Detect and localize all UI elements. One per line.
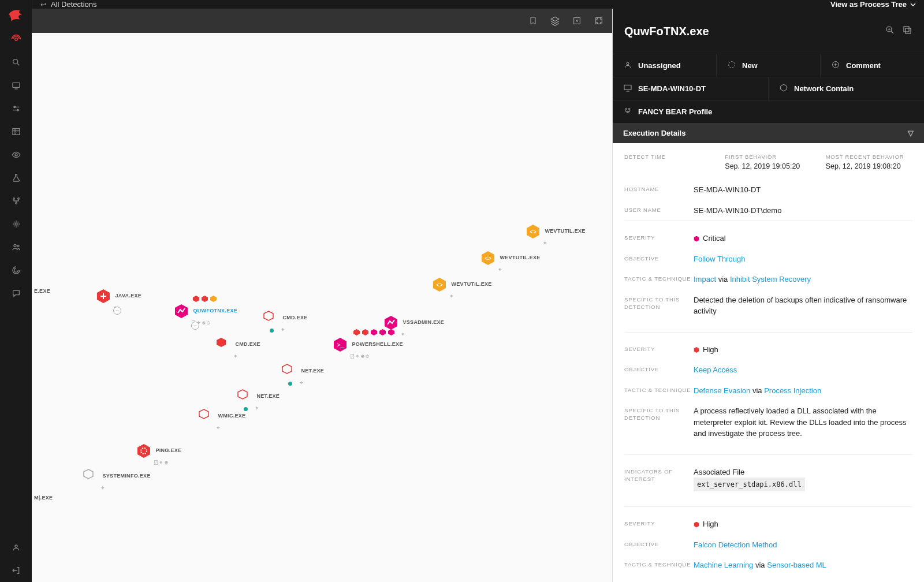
hex-icon <box>173 303 189 319</box>
technique-link[interactable]: Process Injection <box>764 386 821 395</box>
svg-marker-50 <box>781 84 787 91</box>
hex-icon <box>95 288 111 304</box>
node-ml[interactable]: M|.EXE <box>32 495 53 501</box>
svg-text:<>: <> <box>436 282 443 288</box>
objective-link[interactable]: Follow Through <box>694 255 745 263</box>
breadcrumb[interactable]: ↩ All Detections <box>40 0 96 9</box>
node-wevtutil[interactable]: <> WEVTUTIL.EXE ⌖ <box>431 277 492 300</box>
investigate-icon[interactable] <box>885 25 895 38</box>
details-body: DETECT TIME FIRST BEHAVIORSep. 12, 2019 … <box>613 143 924 582</box>
collapse-toggle[interactable]: – <box>191 322 199 330</box>
contain-icon <box>779 83 788 94</box>
copy-icon[interactable] <box>902 25 912 38</box>
layers-icon[interactable] <box>550 16 560 26</box>
node-quwfotnx[interactable]: QUWFOTNX.EXE ⍁ ⌖ ⎈ ⌬ <box>173 303 237 326</box>
status-tag[interactable]: New <box>717 54 821 77</box>
nav-table-icon[interactable] <box>0 120 32 143</box>
node-ping[interactable]: PING.EXE ⍁ ⌖ ⎈ <box>136 443 181 466</box>
nav-sliders-icon[interactable] <box>0 97 32 120</box>
nav-search-icon[interactable] <box>0 51 32 74</box>
status-dot <box>270 329 274 333</box>
svg-marker-28 <box>84 469 93 479</box>
tactic-link[interactable]: Defense Evasion <box>694 386 750 395</box>
technique-link[interactable]: Sensor-based ML <box>767 561 826 569</box>
contain-tag[interactable]: Network Contain <box>769 77 924 100</box>
svg-marker-17 <box>193 296 199 302</box>
nav-account-icon[interactable] <box>0 536 32 559</box>
svg-marker-19 <box>210 296 217 302</box>
view-as-toggle[interactable]: View as Process Tree <box>830 0 916 9</box>
detection-block: SEVERITYHigh OBJECTIVEFalcon Detection M… <box>624 506 912 582</box>
detail-top-row: DETECT TIME FIRST BEHAVIORSep. 12, 2019 … <box>624 154 912 180</box>
process-tree-canvas[interactable]: E.EXE JAVA.EXE ⌖ – QUWFOTNX.EXE <box>32 33 612 582</box>
svg-rect-44 <box>906 28 911 33</box>
node-wevtutil[interactable]: <> WEVTUTIL.EXE ⌖ <box>525 223 586 247</box>
nav-branch-icon[interactable] <box>0 189 32 212</box>
content: E.EXE JAVA.EXE ⌖ – QUWFOTNX.EXE <box>32 9 924 582</box>
tactic-link[interactable]: Machine Learning <box>694 561 753 569</box>
svg-point-9 <box>15 203 17 204</box>
host-tag[interactable]: SE-MDA-WIN10-DT <box>613 77 769 100</box>
detection-block: SEVERITYHigh OBJECTIVEKeep Access TACTIC… <box>624 332 912 444</box>
svg-point-7 <box>13 198 14 200</box>
assigned-tag[interactable]: Unassigned <box>613 54 717 77</box>
severity-dot <box>694 522 699 528</box>
node-wmic[interactable]: WMIC.EXE ⌖ <box>198 408 245 431</box>
severity-dot <box>694 236 699 242</box>
fullscreen-icon[interactable] <box>594 16 604 26</box>
bookmark-icon[interactable] <box>528 16 538 26</box>
nav-users-icon[interactable] <box>0 236 32 259</box>
hex-icon <box>83 468 99 484</box>
svg-marker-31 <box>362 329 368 335</box>
node-cmd[interactable]: CMD.EXE ⌖ <box>215 337 260 360</box>
node-root[interactable]: E.EXE <box>32 288 50 294</box>
svg-marker-25 <box>199 409 208 419</box>
tactic-link[interactable]: Impact <box>694 275 716 283</box>
node-wevtutil[interactable]: <> WEVTUTIL.EXE ⌖ <box>480 250 541 273</box>
bear-icon <box>623 106 632 117</box>
collapse-toggle[interactable]: – <box>113 307 121 315</box>
nav-spark-icon[interactable] <box>0 212 32 236</box>
svg-point-6 <box>15 154 17 156</box>
svg-marker-32 <box>371 329 377 335</box>
svg-text:<>: <> <box>530 229 536 235</box>
nav-activity-icon[interactable] <box>0 28 32 51</box>
comment-tag[interactable]: Comment <box>821 54 924 77</box>
canvas-toolbar <box>32 9 612 33</box>
section-execution-details[interactable]: Execution Details ▽ <box>613 123 924 143</box>
svg-marker-21 <box>264 311 273 320</box>
svg-point-11 <box>14 244 16 247</box>
svg-point-51 <box>625 108 627 110</box>
technique-link[interactable]: Inhibit System Recovery <box>730 275 811 283</box>
page-title: QuwFoTNX.exe <box>624 25 878 38</box>
detail-panel: QuwFoTNX.exe Unassigned New Comment SE-M… <box>612 9 924 582</box>
expand-icon[interactable] <box>572 16 582 26</box>
svg-point-10 <box>15 223 17 225</box>
node-powershell[interactable]: >_ POWERSHELL.EXE ⍁ ⌖ ⎈ ⌬ <box>332 337 403 360</box>
svg-point-8 <box>17 198 19 200</box>
node-systeminfo[interactable]: SYSTEMINFO.EXE ⌖ <box>83 468 151 491</box>
main: ↩ All Detections View as Process Tree <box>32 0 924 582</box>
nav-monitor-icon[interactable] <box>0 74 32 97</box>
brand-logo[interactable] <box>6 5 26 24</box>
svg-rect-2 <box>13 83 20 87</box>
tag-row-2: SE-MDA-WIN10-DT Network Contain <box>613 77 924 100</box>
objective-link[interactable]: Falcon Detection Method <box>694 540 777 549</box>
nav-eye-icon[interactable] <box>0 143 32 166</box>
severity-dot <box>694 347 699 353</box>
svg-marker-18 <box>202 296 208 302</box>
actor-profile-tag[interactable]: FANCY BEAR Profile <box>613 100 924 123</box>
objective-link[interactable]: Keep Access <box>694 365 737 374</box>
node-badges <box>353 329 395 336</box>
breadcrumb-label: All Detections <box>51 0 96 9</box>
sidebar-left <box>0 0 32 582</box>
svg-rect-45 <box>904 27 909 32</box>
canvas-column: E.EXE JAVA.EXE ⌖ – QUWFOTNX.EXE <box>32 9 612 582</box>
nav-logout-icon[interactable] <box>0 559 32 582</box>
svg-rect-5 <box>13 129 20 135</box>
nav-swirl-icon[interactable] <box>0 259 32 282</box>
nav-flask-icon[interactable] <box>0 166 32 189</box>
nav-chat-icon[interactable] <box>0 282 32 305</box>
svg-point-0 <box>14 38 17 41</box>
svg-point-47 <box>729 62 735 68</box>
